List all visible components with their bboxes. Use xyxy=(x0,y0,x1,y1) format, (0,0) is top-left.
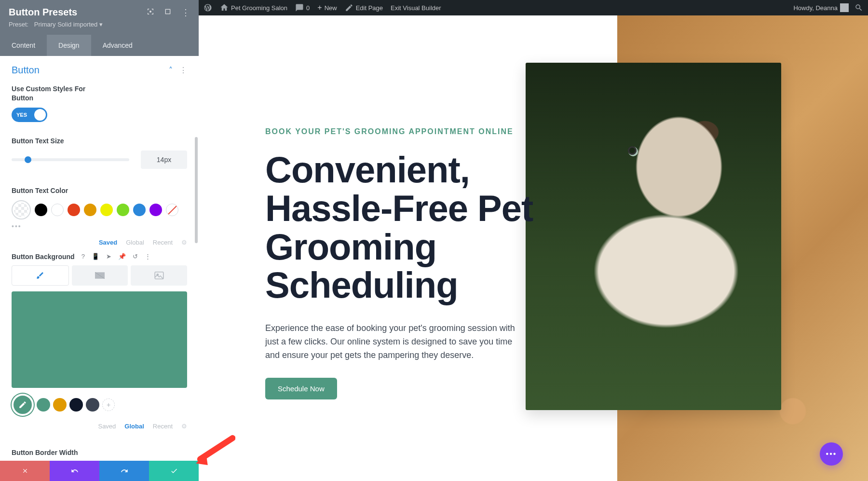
cursor-icon[interactable]: ➤ xyxy=(106,253,111,260)
more-swatches-icon[interactable]: ••• xyxy=(12,220,187,230)
expand-icon[interactable] xyxy=(164,8,172,17)
color-source-tabs-1: Saved Global Recent ⚙ xyxy=(0,234,199,249)
swatch-yellow[interactable] xyxy=(100,204,113,216)
page-preview: BOOK YOUR PET'S GROOMING APPOINTMENT ONL… xyxy=(199,15,868,481)
svg-rect-1 xyxy=(165,9,170,14)
section-title-button[interactable]: Button xyxy=(12,65,40,76)
bgtab-gradient[interactable] xyxy=(72,265,128,286)
hero-eyebrow: BOOK YOUR PET'S GROOMING APPOINTMENT ONL… xyxy=(265,127,593,136)
label-text-color: Button Text Color xyxy=(12,186,187,195)
new-link[interactable]: + New xyxy=(317,3,337,12)
hero-body: Experience the ease of booking your pet'… xyxy=(265,322,521,362)
preset-selector[interactable]: Preset: Primary Solid imported ▾ xyxy=(9,21,103,33)
colortab2-global[interactable]: Global xyxy=(124,423,144,430)
redo-button[interactable] xyxy=(99,461,149,481)
tab-content[interactable]: Content xyxy=(0,35,47,56)
tab-design[interactable]: Design xyxy=(47,35,91,56)
avatar xyxy=(840,3,849,12)
kebab-icon[interactable]: ⋮ xyxy=(181,7,190,18)
undo-button[interactable] xyxy=(50,461,99,481)
global-swatch-1[interactable] xyxy=(37,398,50,412)
panel-footer xyxy=(0,461,199,481)
scrollbar[interactable] xyxy=(195,137,198,243)
toggle-knob xyxy=(34,109,46,121)
slider-thumb[interactable] xyxy=(25,156,31,163)
colortab-saved[interactable]: Saved xyxy=(99,239,117,246)
settings-panel: Button Presets ⋮ Preset: Primary Solid i… xyxy=(0,0,199,481)
bg-kebab-icon[interactable]: ⋮ xyxy=(145,253,151,260)
chevron-up-icon[interactable]: ˄ xyxy=(169,66,173,75)
schedule-now-button[interactable]: Schedule Now xyxy=(265,378,337,399)
pin-icon[interactable]: 📌 xyxy=(118,253,126,260)
panel-header: Button Presets ⋮ Preset: Primary Solid i… xyxy=(0,0,199,35)
swatch-green[interactable] xyxy=(117,204,129,216)
colortab2-recent[interactable]: Recent xyxy=(153,423,173,430)
howdy-user[interactable]: Howdy, Deanna xyxy=(793,3,849,12)
global-swatch-2[interactable] xyxy=(53,398,67,412)
exit-visual-builder[interactable]: Exit Visual Builder xyxy=(391,4,441,12)
background-preview[interactable] xyxy=(12,291,187,388)
label-text-size: Button Text Size xyxy=(12,137,187,146)
fab-more-button[interactable]: ••• xyxy=(820,442,843,466)
swatch-none[interactable] xyxy=(166,204,178,216)
section-kebab-icon[interactable]: ⋮ xyxy=(179,66,187,75)
edit-page-link[interactable]: Edit Page xyxy=(345,3,383,12)
cancel-button[interactable] xyxy=(0,461,50,481)
swatch-current-empty[interactable] xyxy=(12,200,31,220)
colortab-recent[interactable]: Recent xyxy=(153,239,173,246)
panel-body: Button ˄ ⋮ Use Custom Styles For Button … xyxy=(0,56,199,481)
toggle-custom-styles[interactable]: YES xyxy=(12,108,47,122)
swatch-purple[interactable] xyxy=(149,204,162,216)
label-background: Button Background xyxy=(12,253,75,261)
global-swatch-4[interactable] xyxy=(86,398,99,412)
panel-tabs: Content Design Advanced xyxy=(0,35,199,56)
slider-text-size[interactable] xyxy=(12,158,129,161)
global-swatch-3[interactable] xyxy=(69,398,83,412)
comments-link[interactable]: 0 xyxy=(295,3,310,12)
chevron-down-icon: ▾ xyxy=(99,21,103,28)
gear-icon[interactable]: ⚙ xyxy=(181,239,187,246)
phone-icon[interactable]: 📱 xyxy=(92,253,99,260)
site-name-link[interactable]: Pet Grooming Salon xyxy=(220,3,287,12)
swatch-red[interactable] xyxy=(68,204,80,216)
gear-icon-2[interactable]: ⚙ xyxy=(181,423,187,430)
swatch-black[interactable] xyxy=(35,204,47,216)
svg-point-0 xyxy=(150,11,151,12)
input-text-size[interactable] xyxy=(141,151,187,169)
colortab2-saved[interactable]: Saved xyxy=(98,423,116,430)
bgtab-color[interactable] xyxy=(12,265,69,286)
swatch-blue[interactable] xyxy=(133,204,146,216)
label-border-width: Button Border Width xyxy=(12,448,187,457)
colortab-global[interactable]: Global xyxy=(126,239,144,246)
wp-logo-icon[interactable] xyxy=(203,3,212,12)
swatch-white[interactable] xyxy=(51,204,64,216)
hero-headline: Convenient, Hassle-Free Pet Grooming Sch… xyxy=(265,151,593,304)
help-icon[interactable]: ? xyxy=(81,253,85,260)
label-custom-styles: Use Custom Styles For Button xyxy=(12,84,94,103)
add-global-swatch[interactable]: + xyxy=(102,399,115,411)
save-button[interactable] xyxy=(149,461,199,481)
reset-icon[interactable]: ↺ xyxy=(133,253,138,260)
bgtab-image[interactable] xyxy=(131,265,187,286)
search-icon[interactable] xyxy=(854,3,863,12)
panel-title: Button Presets xyxy=(9,7,77,18)
swatch-orange[interactable] xyxy=(84,204,96,216)
tab-advanced[interactable]: Advanced xyxy=(91,35,144,56)
color-source-tabs-2: Saved Global Recent ⚙ xyxy=(0,418,199,433)
picker-current-color[interactable] xyxy=(12,394,34,416)
focus-icon[interactable] xyxy=(147,8,154,17)
wp-admin-bar: Pet Grooming Salon 0 + New Edit Page Exi… xyxy=(199,0,868,15)
